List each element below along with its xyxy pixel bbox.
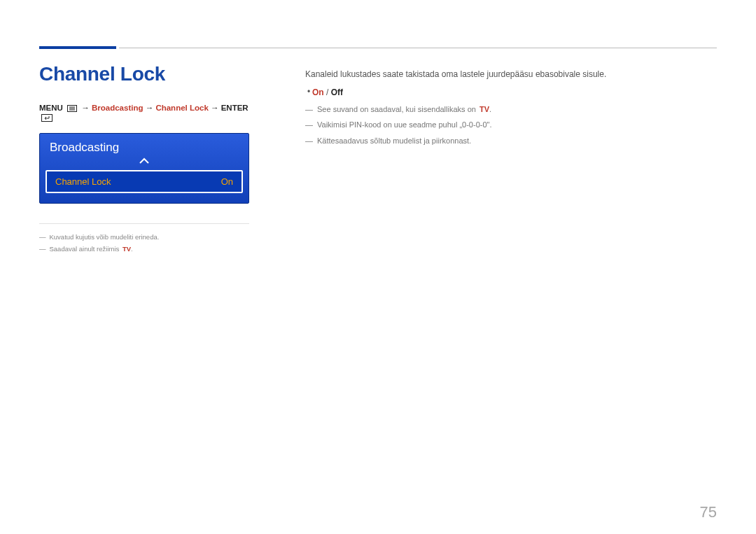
enter-icon	[41, 114, 52, 123]
subnote-dash-icon: ―	[305, 134, 313, 148]
breadcrumb-menu: MENU	[39, 104, 63, 112]
footnote-1-text: Kuvatud kujutis võib mudeliti erineda.	[50, 231, 160, 243]
breadcrumb-broadcasting: Broadcasting	[92, 104, 144, 112]
subnote-1-prefix: See suvand on saadaval, kui sisendallika…	[317, 105, 476, 113]
option-on-off: On / Off	[312, 85, 343, 99]
panel-up-arrow-icon[interactable]	[40, 156, 248, 170]
panel-title: Broadcasting	[40, 134, 248, 156]
option-off: Off	[331, 87, 343, 97]
option-bullet: • On / Off	[305, 85, 717, 99]
subnote-1-period: .	[489, 105, 491, 113]
page-number: 75	[700, 503, 717, 521]
footnote-dash-icon: ―	[39, 231, 46, 243]
bullet-dot-icon: •	[305, 85, 312, 99]
manual-page: Channel Lock MENU → Broadcasting → Chann…	[0, 0, 756, 534]
subnote-dash-icon: ―	[305, 118, 313, 132]
breadcrumb-arrow-3: →	[211, 104, 219, 112]
menu-icon	[67, 105, 77, 113]
option-on: On	[312, 87, 324, 97]
subnote-2-text: Vaikimisi PIN-kood on uue seadme puhul „…	[317, 118, 492, 132]
breadcrumb-enter: ENTER	[221, 104, 248, 112]
option-slash: /	[324, 87, 331, 97]
menu-item-value: On	[221, 176, 233, 187]
breadcrumb-channel-lock: Channel Lock	[155, 104, 208, 112]
header-accent-bar	[39, 46, 116, 49]
subnote-dash-icon: ―	[305, 103, 313, 116]
footnote-2-period: .	[131, 245, 133, 253]
left-column: Channel Lock MENU → Broadcasting → Chann…	[39, 63, 284, 255]
menu-breadcrumb: MENU → Broadcasting → Channel Lock → ENT…	[39, 104, 263, 123]
menu-item-channel-lock[interactable]: Channel Lock On	[46, 170, 243, 193]
tv-menu-panel: Broadcasting Channel Lock On	[39, 133, 249, 204]
right-column: Kanaleid lukustades saate takistada oma …	[284, 63, 717, 255]
content-columns: Channel Lock MENU → Broadcasting → Chann…	[39, 63, 717, 255]
subnote-1: ― See suvand on saadaval, kui sisendalli…	[305, 103, 717, 116]
subnote-3-text: Kättesaadavus sõltub mudelist ja piirkon…	[317, 134, 471, 148]
notes-divider	[39, 223, 249, 224]
footnote-2: ― Saadaval ainult režiimis TV.	[39, 243, 263, 255]
description-text: Kanaleid lukustades saate takistada oma …	[305, 67, 717, 81]
subnote-3: ― Kättesaadavus sõltub mudelist ja piirk…	[305, 134, 717, 148]
subnote-1-tv: TV	[479, 105, 489, 113]
breadcrumb-arrow-1: →	[81, 104, 90, 112]
header-rule	[119, 48, 717, 48]
breadcrumb-arrow-2: →	[146, 104, 154, 112]
menu-item-label: Channel Lock	[55, 176, 111, 187]
footnote-dash-icon: ―	[39, 243, 46, 255]
footnote-2-prefix: Saadaval ainult režiimis	[50, 245, 120, 253]
footnote-2-tv: TV	[122, 245, 131, 253]
footnote-1: ― Kuvatud kujutis võib mudeliti erineda.	[39, 231, 263, 243]
page-title: Channel Lock	[39, 63, 263, 85]
subnote-2: ― Vaikimisi PIN-kood on uue seadme puhul…	[305, 118, 717, 132]
